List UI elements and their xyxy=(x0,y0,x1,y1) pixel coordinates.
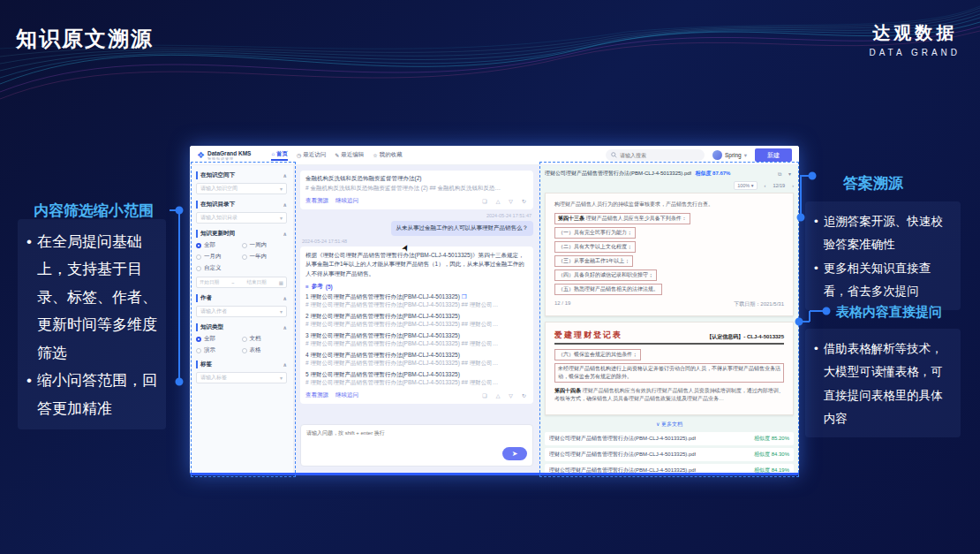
radio-label: 全部 xyxy=(204,241,215,249)
more-documents-label: 更多文档 xyxy=(661,421,682,427)
brand-logo-cn: 达观数据 xyxy=(869,21,961,45)
time-radio-all[interactable]: 全部 xyxy=(196,241,242,249)
new-button[interactable]: 新建 xyxy=(755,148,792,162)
annotation-card-table-qa: • 借助表格解析等技术，大模型可读懂表格，可直接提问表格里的具体内容 xyxy=(805,329,961,437)
reference-icon: ≡ xyxy=(305,284,309,290)
follow-up-button[interactable]: 继续追问 xyxy=(335,391,358,399)
radio-icon xyxy=(196,266,201,271)
collapse-icon[interactable]: ∧ xyxy=(283,324,287,330)
bullet-dot: • xyxy=(814,210,818,257)
send-button[interactable]: ➤ xyxy=(502,447,527,460)
assistant-answer: 根据《理财公司理财产品销售管理暂行办法(PBM-CLJ-4-5013325)》第… xyxy=(300,247,533,404)
app-logo-name: DataGrand KMS xyxy=(207,150,251,156)
follow-up-button[interactable]: 继续追问 xyxy=(335,197,358,205)
catalog-select[interactable]: 请输入知识目录 ▾ xyxy=(196,212,287,224)
app-logo[interactable]: ❖ DataGrand KMS 智能知识管理 xyxy=(197,150,251,161)
clock-icon: ◷ xyxy=(297,152,301,158)
bullet-dot: • xyxy=(814,257,818,304)
page-title: 知识原文溯源 xyxy=(16,25,154,53)
space-select[interactable]: 请输入知识空间 ▾ xyxy=(196,183,287,194)
time-radio-custom[interactable]: 自定义 xyxy=(196,264,242,272)
more-documents-link[interactable]: ∨ 更多文档 xyxy=(545,421,794,429)
chevron-down-icon: ▾ xyxy=(744,152,747,159)
radio-label: 文档 xyxy=(250,335,261,343)
send-icon: ➤ xyxy=(512,450,518,458)
regenerate-icon[interactable]: ↻ xyxy=(522,198,528,204)
ref-snippet: # 理财公司理财产品销售管理暂行办法(PBM-CLJ-4-5013325) ##… xyxy=(305,340,528,348)
question-input-box[interactable]: ➤ xyxy=(300,424,533,467)
annotation-bullet: 在全局提问基础上，支持基于目录、标签、作者、更新时间等多维度筛选 xyxy=(37,228,159,367)
reference-item[interactable]: 1 理财公司理财产品销售管理暂行办法(PBM-CLJ-4-5013325) ❒ … xyxy=(305,293,528,309)
view-trace-button[interactable]: 查看溯源 xyxy=(305,391,328,399)
prev-page-button[interactable]: ‹ xyxy=(765,183,766,188)
source-title[interactable]: 金融机构反洗钱和反恐怖融资监督管理办法(2) xyxy=(305,175,528,183)
pdf-paragraph: 构理财产品销售人员行为的持续监督审核要求，产品销售先行自查。 xyxy=(554,201,784,209)
type-radio-slide[interactable]: 演示 xyxy=(196,346,242,354)
type-radio-all[interactable]: 全部 xyxy=(196,335,242,343)
nav-label: 最近访问 xyxy=(303,151,326,159)
thumbs-up-icon[interactable]: △ xyxy=(496,198,502,204)
radio-label: 一月内 xyxy=(204,253,222,261)
wave-decoration xyxy=(0,0,980,106)
reference-item[interactable]: 3 理财公司理财产品销售管理暂行办法(PBM-CLJ-4-5013325) # … xyxy=(305,332,528,348)
timestamp: 2024-05-24 17:51:47 xyxy=(302,213,531,218)
radio-label: 全部 xyxy=(204,335,215,343)
copy-icon[interactable]: ❏ xyxy=(482,392,488,398)
regenerate-icon[interactable]: ↻ xyxy=(522,392,528,398)
global-search[interactable] xyxy=(606,149,705,161)
search-input[interactable] xyxy=(620,153,699,158)
app-nav: ⌂ 首页 ◷ 最近访问 ✎ 最近编辑 ☆ 我的收藏 xyxy=(271,150,402,161)
collapse-icon[interactable]: ∧ xyxy=(283,201,287,208)
time-radio-year[interactable]: 一年内 xyxy=(242,253,288,261)
time-radio-week[interactable]: 一周内 xyxy=(242,241,288,249)
annotation-bullet: 缩小问答范围，回答更加精准 xyxy=(37,367,159,422)
zoom-value: 100% xyxy=(737,183,750,188)
zoom-select[interactable]: 100% ▾ xyxy=(734,181,757,190)
type-radio-doc[interactable]: 文档 xyxy=(242,335,288,343)
author-select[interactable]: 请输入作者 ▾ xyxy=(196,306,287,317)
thumbs-down-icon[interactable]: ▽ xyxy=(509,198,515,204)
thumbs-down-icon[interactable]: ▽ xyxy=(509,392,515,398)
related-doc-name: 理财公司理财产品销售管理暂行办法(PBM-CLJ-4-5013325).pdf xyxy=(549,451,696,459)
related-doc-row[interactable]: 理财公司理财产品销售管理暂行办法(PBM-CLJ-4-5013325).pdf … xyxy=(545,448,794,461)
type-radio-table[interactable]: 表格 xyxy=(242,346,288,354)
ref-num: 3 xyxy=(305,332,309,338)
collapse-icon[interactable]: ∧ xyxy=(283,361,287,368)
highlighted-line: （五）熟悉理财产品销售相关的法律法规。 xyxy=(554,284,662,295)
copy-icon[interactable]: ❏ xyxy=(482,198,488,204)
time-radio-month[interactable]: 一月内 xyxy=(196,253,242,261)
collapse-icon[interactable]: ∧ xyxy=(283,172,287,178)
pdf-page-number: 12 / 19 xyxy=(554,300,570,308)
reference-item[interactable]: 5 理财公司理财产品销售管理暂行办法(PBM-CLJ-4-5013325) # … xyxy=(305,371,528,387)
question-input[interactable] xyxy=(306,430,527,436)
collapse-icon[interactable]: ∧ xyxy=(283,295,287,301)
thumbs-up-icon[interactable]: △ xyxy=(496,392,502,398)
nav-item-favorites[interactable]: ☆ 我的收藏 xyxy=(373,150,402,161)
answer-text: 根据《理财公司理财产品销售管理暂行办法(PBM-CLJ-4-5013325)》第… xyxy=(305,251,528,278)
doc-title[interactable]: 理财公司理财产品销售管理暂行办法(PBM-CLJ-4-5013325).pdf xyxy=(545,170,691,178)
app-logo-icon: ❖ xyxy=(197,150,205,160)
chevron-down-icon: ▾ xyxy=(751,183,754,188)
ref-title: 理财公司理财产品销售管理暂行办法(PBM-CLJ-4-5013325) xyxy=(310,371,459,377)
timestamp: 2024-05-24 17:51:48 xyxy=(302,239,531,244)
next-page-button[interactable]: › xyxy=(792,183,794,188)
annotation-label-table-qa: 表格内容直接提问 xyxy=(836,304,942,321)
related-doc-row[interactable]: 理财公司理财产品销售管理暂行办法(PBM-CLJ-4-5013325).pdf … xyxy=(545,432,794,445)
annotation-card-answer-trace: • 追溯答案开源、快速校验答案准确性 • 更多相关知识直接查看，省去多次提问 xyxy=(805,201,961,310)
pdf-paragraph: 理财产品销售机构应当有效执行理财产品销售人员资质持续培训制度，通过内部培训、考核… xyxy=(554,388,784,402)
reference-item[interactable]: 2 理财公司理财产品销售管理暂行办法(PBM-CLJ-4-5013325) # … xyxy=(305,313,528,329)
reference-item[interactable]: 4 理财公司理财产品销售管理暂行办法(PBM-CLJ-4-5013325) # … xyxy=(305,352,528,368)
nav-item-home[interactable]: ⌂ 首页 xyxy=(271,150,288,161)
chevron-down-icon: ∨ xyxy=(656,421,660,427)
user-menu[interactable]: Spring ▾ xyxy=(712,150,747,160)
view-trace-button[interactable]: 查看溯源 xyxy=(305,197,328,205)
date-range-picker[interactable]: 开始日期 ~ 结束日期 ▦ xyxy=(196,277,287,288)
related-doc-row[interactable]: 理财公司理财产品销售管理暂行办法(PBM-CLJ-4-5013325).pdf … xyxy=(545,464,794,473)
ref-num: 1 xyxy=(305,293,309,300)
collapse-icon[interactable]: ∧ xyxy=(283,231,287,237)
nav-item-recent-edits[interactable]: ✎ 最近编辑 xyxy=(335,150,364,161)
nav-item-recent-visits[interactable]: ◷ 最近访问 xyxy=(297,150,326,161)
select-placeholder: 请输入作者 xyxy=(200,307,227,315)
tag-select[interactable]: 请输入标签 ▾ xyxy=(196,372,287,383)
panel-header-icons[interactable]: ⧉ ▾ xyxy=(778,171,794,178)
